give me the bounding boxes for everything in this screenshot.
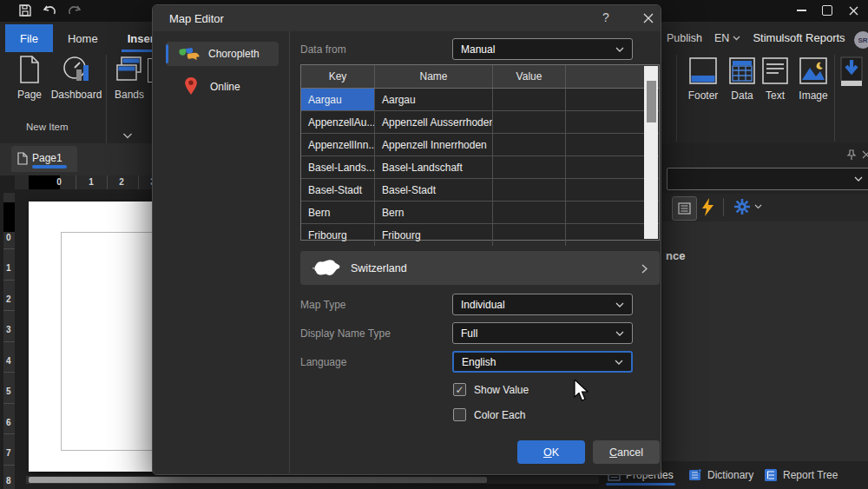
- ok-button[interactable]: OK: [517, 440, 585, 464]
- cell-name[interactable]: Basel-Stadt: [375, 179, 493, 201]
- undo-icon[interactable]: [40, 2, 59, 19]
- cell-value[interactable]: [493, 134, 566, 155]
- ribbon-button-dashboard[interactable]: Dashboard: [52, 55, 101, 101]
- map-type-dropdown[interactable]: Individual: [452, 294, 633, 315]
- redo-icon[interactable]: [64, 2, 83, 19]
- dashboard-icon: [62, 55, 91, 84]
- table-scrollbar-thumb[interactable]: [647, 81, 656, 122]
- cell-key[interactable]: AppenzellInn...: [301, 134, 375, 155]
- table-row[interactable]: Fribourg Fribourg: [301, 224, 659, 246]
- ribbon-button-text[interactable]: Text: [760, 56, 790, 102]
- table-row[interactable]: Basel-Lands... Basel-Landschaft: [301, 156, 659, 179]
- cell-name[interactable]: Aargau: [375, 89, 493, 110]
- color-each-checkbox[interactable]: [453, 408, 466, 421]
- nav-item-online[interactable]: Online: [166, 75, 279, 99]
- cell-value[interactable]: [493, 179, 566, 201]
- table-row[interactable]: Aargau Aargau: [301, 89, 659, 111]
- dialog-help-button[interactable]: ?: [602, 10, 609, 24]
- table-row[interactable]: AppenzellAu... Appenzell Ausserrhoden: [301, 111, 659, 134]
- cell-key[interactable]: Basel-Stadt: [301, 179, 375, 201]
- cancel-button[interactable]: Cancel: [593, 440, 660, 464]
- ribbon-button-page-label: Page: [17, 89, 42, 101]
- publish-button[interactable]: Publish: [667, 32, 702, 44]
- ribbon-button-footer[interactable]: Footer: [682, 56, 724, 102]
- cell-key[interactable]: AppenzellAu...: [301, 111, 375, 133]
- cell-value[interactable]: [493, 224, 566, 246]
- column-header-value[interactable]: Value: [493, 65, 566, 88]
- cell-name[interactable]: Fribourg: [375, 224, 493, 246]
- cell-value[interactable]: [493, 156, 566, 178]
- maximize-button[interactable]: [814, 1, 840, 20]
- table-scrollbar[interactable]: [644, 66, 658, 239]
- color-each-checkbox-row[interactable]: Color Each: [453, 408, 525, 421]
- bands-expand-chevron-icon[interactable]: [122, 133, 133, 139]
- page-tab[interactable]: Page1: [11, 146, 77, 172]
- table-row[interactable]: AppenzellInn... Appenzell Innerrhoden: [301, 134, 659, 156]
- properties-view-button[interactable]: [672, 196, 697, 221]
- tab-file-label: File: [20, 32, 38, 45]
- cell-name[interactable]: Appenzell Ausserrhoden: [375, 111, 493, 133]
- cell-name[interactable]: Basel-Landschaft: [375, 156, 493, 178]
- ribbon-button-bands[interactable]: Bands: [111, 55, 148, 101]
- tab-file[interactable]: File: [5, 24, 53, 52]
- ribbon-divider: [106, 55, 107, 152]
- page-tab-underline: [32, 165, 67, 169]
- page-tab-label: Page1: [32, 152, 62, 164]
- minimize-button[interactable]: [788, 1, 814, 20]
- dictionary-tab-icon: [688, 468, 702, 482]
- account-name[interactable]: Stimulsoft Reports: [753, 31, 845, 44]
- data-from-dropdown[interactable]: Manual: [452, 38, 633, 60]
- tab-home[interactable]: Home: [53, 24, 113, 52]
- cell-key[interactable]: Aargau: [301, 89, 375, 110]
- cell-key[interactable]: Basel-Lands...: [301, 156, 375, 178]
- nav-item-choropleth[interactable]: Choropleth: [166, 42, 279, 66]
- cell-name[interactable]: Bern: [375, 202, 493, 223]
- horizontal-scrollbar-thumb[interactable]: [29, 477, 487, 483]
- events-button[interactable]: [702, 198, 714, 216]
- ribbon-button-more-components[interactable]: [840, 56, 863, 87]
- cell-value[interactable]: [493, 111, 566, 133]
- chevron-down-icon: [615, 331, 624, 336]
- cell-value[interactable]: [493, 89, 566, 110]
- ribbon-button-image[interactable]: Image: [796, 56, 831, 102]
- table-row[interactable]: Basel-Stadt Basel-Stadt: [301, 179, 659, 202]
- map-data-table[interactable]: Key Name Value Aargau Aargau AppenzellAu…: [300, 64, 660, 241]
- chevron-down-icon: [754, 204, 762, 209]
- tab-home-label: Home: [68, 32, 98, 45]
- show-value-checkbox-row[interactable]: ✓ Show Value: [453, 383, 529, 396]
- dialog-close-icon[interactable]: [643, 13, 654, 23]
- tab-report-tree[interactable]: Report Tree: [764, 468, 838, 482]
- ok-button-accel: O: [543, 446, 552, 459]
- map-editor-dialog: Map Editor ? Choropleth Online Data from…: [152, 4, 661, 475]
- cell-name[interactable]: Appenzell Innerrhoden: [375, 134, 493, 155]
- column-header-name[interactable]: Name: [375, 65, 493, 88]
- mouse-cursor: [574, 380, 590, 402]
- cell-value[interactable]: [493, 202, 566, 223]
- show-value-checkbox[interactable]: ✓: [453, 383, 466, 396]
- bands-icon: [115, 55, 144, 84]
- ribbon-button-data[interactable]: Data: [727, 56, 757, 102]
- ribbon-button-page[interactable]: Page: [9, 55, 50, 101]
- panel-close-icon[interactable]: [862, 150, 868, 159]
- horizontal-scrollbar[interactable]: [26, 476, 605, 484]
- settings-button[interactable]: [733, 198, 762, 215]
- save-icon[interactable]: [16, 2, 35, 19]
- cell-key[interactable]: Bern: [301, 202, 375, 223]
- tab-dictionary[interactable]: Dictionary: [688, 468, 753, 482]
- column-header-key[interactable]: Key: [301, 65, 375, 88]
- display-name-type-dropdown[interactable]: Full: [452, 322, 633, 344]
- ribbon-button-bands-label: Bands: [115, 89, 144, 101]
- table-row[interactable]: Bern Bern: [301, 202, 659, 224]
- ruler-v-6: 6: [6, 418, 11, 427]
- ruler-v-8: 8: [6, 476, 11, 486]
- country-selector[interactable]: Switzerland: [300, 251, 660, 285]
- avatar[interactable]: SR: [854, 31, 868, 49]
- pin-icon[interactable]: [846, 149, 857, 161]
- ruler-v-5: 5: [6, 387, 11, 396]
- close-button[interactable]: [840, 1, 866, 20]
- dialog-titlebar[interactable]: Map Editor ?: [153, 5, 661, 31]
- component-selector-dropdown[interactable]: [667, 168, 868, 190]
- language-dropdown[interactable]: English: [452, 351, 633, 373]
- cell-key[interactable]: Fribourg: [301, 224, 375, 246]
- language-selector[interactable]: EN: [714, 32, 740, 44]
